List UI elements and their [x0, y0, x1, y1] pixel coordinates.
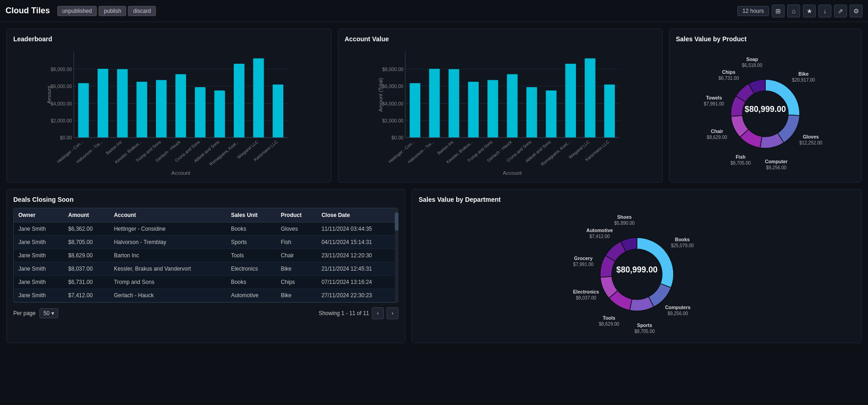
col-close-date: Close Date — [317, 208, 398, 222]
svg-rect-10 — [78, 83, 88, 138]
table-cell: 07/11/2024 13:16:24 — [317, 276, 398, 289]
table-cell: 04/11/2024 15:14:31 — [317, 236, 398, 249]
svg-text:$6,518.00: $6,518.00 — [742, 63, 763, 68]
svg-text:Shoes: Shoes — [617, 214, 632, 220]
table-cell: Chips — [276, 276, 317, 289]
bottom-row: Deals Closing Soon Owner Amount Account … — [6, 189, 862, 343]
table-cell: Fish — [276, 236, 317, 249]
table-cell: Barton Inc — [109, 249, 226, 262]
per-page-label: Per page — [13, 310, 36, 316]
svg-text:$4,000.00: $4,000.00 — [382, 101, 403, 106]
sales-product-donut: Bike$20,917.00Gloves$12,252.00Computer$9… — [676, 47, 855, 176]
svg-text:Electronics: Electronics — [573, 289, 599, 294]
svg-text:$8,629.00: $8,629.00 — [707, 135, 727, 140]
sales-product-panel: Sales Value by Product Bike$20,917.00Glo… — [669, 28, 862, 183]
table-row: Jane Smith$6,731.00Tromp and SonsBooksCh… — [14, 276, 398, 289]
svg-rect-66 — [604, 84, 614, 138]
svg-text:$0.00: $0.00 — [391, 135, 403, 140]
account-value-panel: Account Value $0.00$2,000.00$4,000.00$6,… — [338, 28, 663, 183]
col-account: Account — [109, 208, 226, 222]
next-page-btn[interactable]: › — [387, 307, 398, 319]
svg-text:$80,999.00: $80,999.00 — [616, 265, 657, 274]
svg-text:$2,000.00: $2,000.00 — [382, 118, 403, 123]
deals-table-wrapper: Owner Amount Account Sales Unit Product … — [13, 208, 398, 303]
star-icon-btn[interactable]: ★ — [803, 5, 816, 17]
settings-icon-btn[interactable]: ⚙ — [850, 5, 862, 17]
discard-badge[interactable]: discard — [128, 6, 156, 16]
svg-text:$12,252.00: $12,252.00 — [799, 140, 822, 145]
donut-dept-svg: Books$25,079.00Computers$9,256.00Sports$… — [541, 194, 733, 350]
table-cell: Bike — [276, 289, 317, 302]
table-cell: Books — [227, 276, 276, 289]
svg-rect-46 — [409, 83, 420, 138]
chevron-down-icon: ▾ — [51, 310, 54, 316]
scrollbar-thumb[interactable] — [395, 212, 398, 231]
table-cell: Halvorson - Tremblay — [109, 236, 226, 249]
table-cell: Gloves — [276, 222, 317, 236]
per-page-value: 50 — [44, 310, 50, 316]
svg-text:Soap: Soap — [746, 56, 758, 62]
svg-text:$80,999.00: $80,999.00 — [745, 105, 786, 114]
publish-badge[interactable]: publish — [99, 6, 126, 16]
svg-rect-54 — [487, 80, 498, 138]
table-container: Owner Amount Account Sales Unit Product … — [13, 208, 398, 303]
svg-text:Amount: Amount — [46, 85, 52, 104]
table-cell: $6,731.00 — [64, 276, 110, 289]
leaderboard-svg: $0.00$2,000.00$4,000.00$6,000.00$8,000.0… — [13, 47, 325, 176]
svg-text:Chips: Chips — [722, 69, 735, 75]
svg-rect-56 — [507, 74, 517, 138]
svg-text:Books: Books — [675, 237, 690, 242]
svg-text:Chair: Chair — [711, 128, 723, 134]
table-cell: Jane Smith — [14, 276, 64, 289]
home-icon-btn[interactable]: ⌂ — [787, 5, 800, 17]
per-page-select-box[interactable]: 50 ▾ — [39, 308, 58, 318]
svg-text:$6,731.00: $6,731.00 — [719, 76, 739, 81]
table-cell: $7,412.00 — [64, 289, 110, 302]
prev-page-btn[interactable]: ‹ — [372, 307, 384, 319]
svg-text:$7,991.00: $7,991.00 — [704, 101, 724, 106]
svg-text:Bike: Bike — [798, 71, 808, 77]
app-title: Cloud Tiles — [6, 6, 50, 16]
table-cell: Automotive — [227, 289, 276, 302]
scrollbar-track[interactable] — [395, 208, 398, 303]
donut-product-svg: Bike$20,917.00Gloves$12,252.00Computer$9… — [678, 50, 852, 173]
svg-text:$8,705.00: $8,705.00 — [634, 329, 655, 334]
svg-rect-28 — [253, 58, 264, 138]
svg-rect-24 — [214, 90, 225, 138]
main-content: Leaderboard $0.00$2,000.00$4,000.00$6,00… — [0, 22, 868, 350]
svg-text:Barton Inc: Barton Inc — [105, 139, 123, 155]
unpublished-badge[interactable]: unpublished — [57, 6, 97, 16]
time-badge[interactable]: 12 hours — [737, 6, 769, 16]
table-cell: Jane Smith — [14, 249, 64, 262]
download-icon-btn[interactable]: ↓ — [818, 5, 831, 17]
svg-text:$8,000.00: $8,000.00 — [382, 67, 403, 72]
table-row: Jane Smith$8,705.00Halvorson - TremblayS… — [14, 236, 398, 249]
table-cell: Tromp and Sons — [109, 276, 226, 289]
svg-text:$2,000.00: $2,000.00 — [51, 118, 72, 123]
deals-panel: Deals Closing Soon Owner Amount Account … — [6, 189, 405, 343]
col-owner: Owner — [14, 208, 64, 222]
svg-text:$9,256.00: $9,256.00 — [766, 165, 787, 170]
svg-text:$6,000.00: $6,000.00 — [382, 84, 403, 89]
table-icon-btn[interactable]: ⊞ — [772, 5, 785, 17]
table-row: Jane Smith$8,629.00Barton IncToolsChair2… — [14, 249, 398, 262]
table-cell: Jane Smith — [14, 262, 64, 276]
table-cell: Gerlach - Hauck — [109, 289, 226, 302]
header: Cloud Tiles unpublished publish discard … — [0, 0, 868, 22]
svg-rect-20 — [176, 74, 186, 138]
svg-rect-18 — [156, 80, 166, 138]
share-icon-btn[interactable]: ⇗ — [834, 5, 847, 17]
account-value-title: Account Value — [345, 35, 656, 43]
table-cell: Books — [227, 222, 276, 236]
table-cell: 23/11/2024 12:20:30 — [317, 249, 398, 262]
svg-text:$4,000.00: $4,000.00 — [51, 101, 72, 106]
svg-rect-12 — [98, 69, 108, 138]
leaderboard-title: Leaderboard — [13, 35, 325, 43]
table-cell: Electronics — [227, 262, 276, 276]
pagination-row: Per page 50 ▾ Showing 1 - 11 of 11 ‹ › — [13, 307, 398, 319]
svg-rect-58 — [526, 87, 536, 138]
svg-rect-48 — [429, 69, 439, 138]
table-row: Jane Smith$6,362.00Hettinger - Considine… — [14, 222, 398, 236]
table-cell: Tools — [227, 249, 276, 262]
table-cell: Sports — [227, 236, 276, 249]
